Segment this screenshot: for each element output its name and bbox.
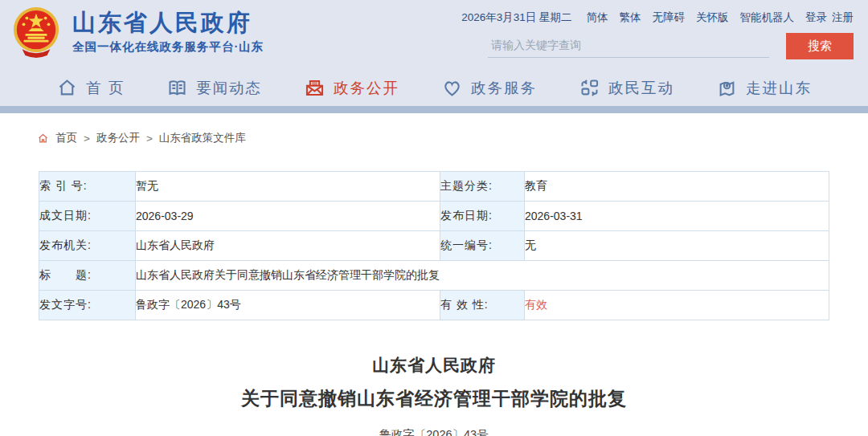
link-care-version[interactable]: 关怀版 <box>696 10 729 25</box>
breadcrumb-separator: > <box>84 132 90 145</box>
nav-label: 走进山东 <box>746 78 812 98</box>
meta-label-issuing-agency: 发布机关: <box>39 231 136 261</box>
meta-value-validity: 有效 <box>525 291 829 320</box>
document-title-line1: 山东省人民政府 <box>0 354 868 377</box>
meta-label-publish-date: 发布日期: <box>440 202 525 231</box>
envelope-icon <box>304 77 326 99</box>
meta-label-validity: 有 效 性: <box>440 291 525 320</box>
breadcrumb-home[interactable]: 首页 <box>55 131 77 145</box>
breadcrumb: 首页 > 政务公开 > 山东省政策文件库 <box>37 131 868 145</box>
meta-value-doc-number: 鲁政字〔2026〕43号 <box>136 291 440 320</box>
nav-item-home[interactable]: 首 页 <box>56 77 125 99</box>
nav-divider-strip <box>0 106 868 113</box>
meta-label-unified-no: 统一编号: <box>440 231 525 261</box>
document-heading: 山东省人民政府 关于同意撤销山东省经济管理干部学院的批复 鲁政字〔2026〕43… <box>0 354 868 436</box>
meta-label-topic: 主题分类: <box>440 172 525 202</box>
map-pin-icon <box>716 77 738 99</box>
nav-label: 政民互动 <box>608 78 674 98</box>
meta-label-index-no: 索 引 号: <box>39 172 136 202</box>
search-button[interactable]: 搜索 <box>786 33 854 59</box>
meta-value-unified-no: 无 <box>525 231 829 261</box>
site-header: 山东省人民政府 全国一体化在线政务服务平台·山东 2026年3月31日 星期二 … <box>0 0 868 69</box>
meta-value-publish-date: 2026-03-31 <box>525 202 829 231</box>
book-icon <box>166 77 188 99</box>
national-emblem-icon <box>11 6 61 59</box>
table-row: 索 引 号: 暂无 主题分类: 教育 <box>39 172 829 202</box>
table-row: 发文字号: 鲁政字〔2026〕43号 有 效 性: 有效 <box>39 291 829 320</box>
breadcrumb-separator: > <box>146 132 153 145</box>
current-date: 2026年3月31日 星期二 <box>461 10 571 25</box>
nav-item-services[interactable]: 政务服务 <box>441 77 537 99</box>
document-number: 鲁政字〔2026〕43号 <box>0 427 868 436</box>
nav-label: 政务公开 <box>334 78 399 98</box>
meta-value-written-date: 2026-03-29 <box>136 202 440 231</box>
table-row: 成文日期: 2026-03-29 发布日期: 2026-03-31 <box>39 202 829 231</box>
document-title-line2: 关于同意撤销山东省经济管理干部学院的批复 <box>0 386 868 411</box>
breadcrumb-disclosure[interactable]: 政务公开 <box>96 131 140 145</box>
meta-label-title: 标 题: <box>39 261 136 291</box>
link-simplified[interactable]: 简体 <box>587 10 608 25</box>
table-row: 发布机关: 山东省人民政府 统一编号: 无 <box>39 231 829 261</box>
meta-value-issuing-agency: 山东省人民政府 <box>136 231 440 261</box>
nav-label: 要闻动态 <box>196 78 262 98</box>
site-title-block: 山东省人民政府 全国一体化在线政务服务平台·山东 <box>72 10 264 55</box>
breadcrumb-home-icon <box>37 132 49 145</box>
nav-item-disclosure[interactable]: 政务公开 <box>304 77 399 99</box>
link-register[interactable]: 注册 <box>832 10 854 25</box>
utility-links: 2026年3月31日 星期二 简体 繁体 无障碍 关怀版 智能机器人 登录 注册 <box>461 10 854 25</box>
meta-value-title: 山东省人民政府关于同意撤销山东省经济管理干部学院的批复 <box>136 261 829 291</box>
link-login[interactable]: 登录 <box>805 10 827 25</box>
breadcrumb-policy-library[interactable]: 山东省政策文件库 <box>159 131 246 145</box>
site-logo[interactable]: 山东省人民政府 全国一体化在线政务服务平台·山东 <box>11 6 264 59</box>
site-subtitle: 全国一体化在线政务服务平台·山东 <box>72 39 264 55</box>
page-content: 首页 > 政务公开 > 山东省政策文件库 索 引 号: 暂无 主题分类: 教育 … <box>0 131 868 436</box>
link-accessibility[interactable]: 无障碍 <box>653 10 686 25</box>
heart-icon <box>441 77 463 99</box>
search-input[interactable] <box>488 33 769 58</box>
site-title: 山东省人民政府 <box>72 10 264 36</box>
link-robot[interactable]: 智能机器人 <box>740 10 795 25</box>
main-nav: 首 页 要闻动态 政务公开 政务服务 政民互动 <box>0 69 868 106</box>
nav-label: 首 页 <box>86 78 125 98</box>
table-row: 标 题: 山东省人民政府关于同意撤销山东省经济管理干部学院的批复 <box>39 261 829 291</box>
nav-item-news[interactable]: 要闻动态 <box>166 77 262 99</box>
nav-label: 政务服务 <box>471 78 537 98</box>
home-icon <box>56 77 78 99</box>
search-bar: 搜索 <box>488 33 854 59</box>
nav-item-about[interactable]: 走进山东 <box>716 77 812 99</box>
meta-value-index-no: 暂无 <box>136 172 440 202</box>
nav-item-interaction[interactable]: 政民互动 <box>579 77 674 99</box>
document-meta-table: 索 引 号: 暂无 主题分类: 教育 成文日期: 2026-03-29 发布日期… <box>39 171 829 320</box>
chat-icon <box>579 77 600 99</box>
meta-label-doc-number: 发文字号: <box>39 291 136 320</box>
link-traditional[interactable]: 繁体 <box>620 10 641 25</box>
meta-label-written-date: 成文日期: <box>39 202 136 231</box>
meta-value-topic: 教育 <box>525 172 829 202</box>
